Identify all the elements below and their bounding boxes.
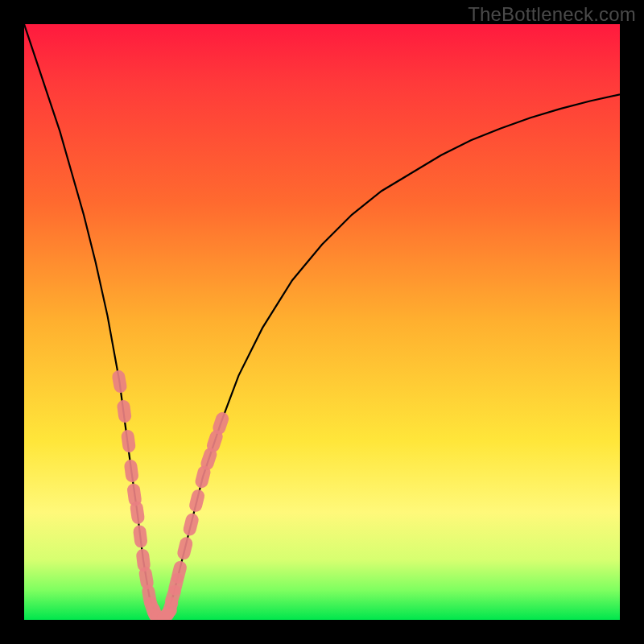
curve-marker	[133, 525, 148, 549]
chart-frame: TheBottleneck.com	[0, 0, 644, 644]
curve-marker	[123, 459, 139, 483]
curve-marker	[182, 512, 200, 537]
watermark-text: TheBottleneck.com	[468, 3, 636, 26]
bottleneck-curve-path	[24, 24, 620, 620]
plot-area	[24, 24, 620, 620]
curve-marker	[176, 536, 194, 561]
curve-marker	[188, 488, 205, 513]
curve-marker	[121, 429, 137, 453]
curve-marker	[111, 369, 128, 394]
curve-marker	[117, 399, 133, 423]
curve-markers	[111, 369, 230, 620]
bottleneck-curve-svg	[24, 24, 620, 620]
curve-marker	[130, 501, 146, 525]
